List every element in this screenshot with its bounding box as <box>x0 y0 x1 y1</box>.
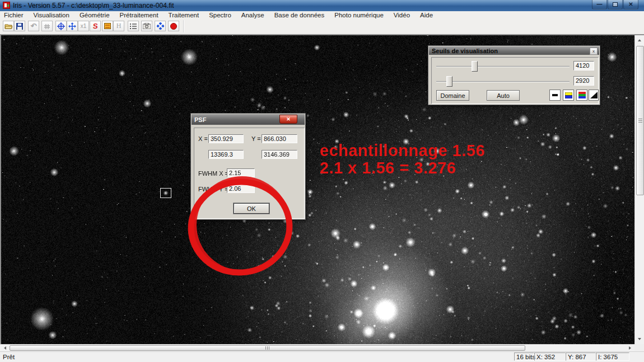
status-ready: Prêt <box>3 354 15 360</box>
menu-visualisation[interactable]: Visualisation <box>29 12 74 18</box>
psf-fwhmx-label: FWHM X = <box>198 170 228 177</box>
down-arrow-icon <box>638 338 641 342</box>
rgb-palette-button[interactable] <box>576 90 587 101</box>
yellow-blue-palette-button[interactable] <box>563 90 574 101</box>
threshold-palette-button[interactable] <box>102 21 113 31</box>
high-threshold-field[interactable]: 4120 <box>573 61 594 70</box>
snapshot-button[interactable] <box>141 21 152 31</box>
psf-dialog-title: PSF <box>194 116 206 123</box>
psf-y-field[interactable]: 866.030 <box>262 134 297 143</box>
minimize-button[interactable]: — <box>592 0 607 10</box>
auto-button[interactable]: Auto <box>487 90 520 101</box>
close-button[interactable]: ✕ <box>623 0 638 10</box>
undo-button[interactable]: ↶ <box>28 21 39 31</box>
zoom-x1-button[interactable]: x1 <box>78 21 89 31</box>
annotation-text: echantillonnage 1.56 2.1 x 1.56 = 3.276 <box>320 142 485 177</box>
psf-ok-button[interactable]: OK <box>234 203 269 214</box>
triangle-icon <box>590 92 598 98</box>
annotation-line2: 2.1 x 1.56 = 3.276 <box>320 159 485 177</box>
vertical-scroll-thumb[interactable] <box>636 46 644 195</box>
center-target-button[interactable] <box>55 21 67 31</box>
move-arrows-icon <box>68 22 76 30</box>
threshold-dialog: Seuils de visualisation x 4120 2920 Doma… <box>428 45 600 105</box>
scroll-up-button[interactable] <box>635 35 644 45</box>
scrollbar-corner <box>634 344 644 351</box>
menu-pretraitement[interactable]: Prétraitement <box>115 12 164 18</box>
framing-button[interactable] <box>41 21 53 31</box>
menu-video[interactable]: Vidéo <box>389 12 415 18</box>
record-button[interactable] <box>168 21 179 31</box>
domaine-button[interactable]: Domaine <box>436 90 469 101</box>
threshold-close-button[interactable]: x <box>590 48 598 55</box>
horizontal-scroll-thumb[interactable] <box>10 345 525 351</box>
high-slider-track[interactable] <box>436 66 570 67</box>
command-list-button[interactable] <box>128 21 139 31</box>
restore-button[interactable] <box>608 0 623 10</box>
low-slider-thumb[interactable] <box>446 76 452 87</box>
window-titlebar[interactable]: Iris - Version 5.57 - c:\desktop\m_33-lu… <box>0 0 644 11</box>
open-folder-icon <box>4 23 13 30</box>
menu-bar: Fichier Visualisation Géométrie Prétrait… <box>0 11 644 18</box>
window-title: Iris - Version 5.57 - c:\desktop\m_33-lu… <box>13 2 174 10</box>
framing-icon <box>43 23 51 30</box>
floppy-save-icon <box>16 23 23 30</box>
up-arrow-icon <box>638 37 641 41</box>
psf-close-button[interactable]: ✕ <box>279 115 297 124</box>
right-arrow-icon <box>629 346 633 350</box>
black-bar-icon <box>552 92 558 98</box>
threshold-palette-icon <box>104 23 111 29</box>
yellow-blue-icon <box>565 92 572 98</box>
scroll-left-button[interactable] <box>0 345 9 351</box>
toolbar-separator <box>183 20 184 32</box>
status-intensity: I: 3675 <box>596 352 629 361</box>
psf-intensity-field[interactable]: 13369.3 <box>208 150 244 159</box>
star-selection-box <box>160 188 171 198</box>
status-bits: 16 bits <box>514 352 534 361</box>
zoom-x1-icon: x1 <box>81 23 87 29</box>
open-file-button[interactable] <box>3 21 14 31</box>
menu-fichier[interactable]: Fichier <box>0 12 29 18</box>
psf-fwhmx-field[interactable]: 2.15 <box>227 168 255 177</box>
psf-y-label: Y = <box>251 135 261 142</box>
histogram-button[interactable]: H <box>113 21 124 31</box>
horizontal-scrollbar[interactable] <box>0 344 634 351</box>
annotation-line1: echantillonnage 1.56 <box>320 142 485 159</box>
restore-icon <box>613 2 618 7</box>
menu-spectro[interactable]: Spectro <box>204 12 236 18</box>
save-button[interactable] <box>14 21 25 31</box>
menu-photo-numerique[interactable]: Photo numérique <box>329 12 389 18</box>
target-icon <box>57 22 65 30</box>
toolbar: ↶ x1 S H <box>0 18 644 35</box>
status-cursor-x: X: 352 <box>534 352 566 361</box>
left-arrow-icon <box>2 346 6 350</box>
menu-analyse[interactable]: Analyse <box>236 12 269 18</box>
threshold-dialog-titlebar[interactable]: Seuils de visualisation <box>429 46 599 55</box>
blue-cross-icon <box>157 22 164 30</box>
low-threshold-field[interactable]: 2920 <box>573 76 594 86</box>
psf-dialog: PSF ✕ X = 350.929 Y = 866.030 13369.3 31… <box>190 113 306 220</box>
scroll-down-button[interactable] <box>635 335 644 344</box>
psf-x-field[interactable]: 350.929 <box>208 134 244 143</box>
gamma-button[interactable] <box>589 90 599 101</box>
iris-app-icon <box>3 2 10 9</box>
image-viewport: echantillonnage 1.56 2.1 x 1.56 = 3.276 … <box>0 34 644 351</box>
move-button[interactable] <box>67 21 78 31</box>
black-level-button[interactable] <box>549 90 561 101</box>
histogram-h-icon: H <box>116 22 122 30</box>
menu-geometrie[interactable]: Géométrie <box>74 12 115 18</box>
low-slider-track[interactable] <box>436 81 570 82</box>
menu-traitement[interactable]: Traitement <box>164 12 204 18</box>
psf-background-field[interactable]: 3146.369 <box>262 150 297 159</box>
rgb-stripes-icon <box>578 92 586 98</box>
vertical-scrollbar[interactable] <box>634 35 644 344</box>
list-icon <box>130 23 137 30</box>
high-slider-thumb[interactable] <box>472 61 478 72</box>
menu-aide[interactable]: Aide <box>415 12 438 18</box>
psf-fwhmy-field[interactable]: 2.06 <box>227 184 255 193</box>
align-stars-button[interactable] <box>155 21 166 31</box>
rotate-button[interactable]: S <box>90 21 101 31</box>
status-bar: Prêt 16 bits X: 352 Y: 867 I: 3675 <box>0 351 644 362</box>
scroll-right-button[interactable] <box>626 345 634 351</box>
rotate-s-icon: S <box>92 22 98 30</box>
menu-base-de-donnees[interactable]: Base de données <box>269 12 330 18</box>
